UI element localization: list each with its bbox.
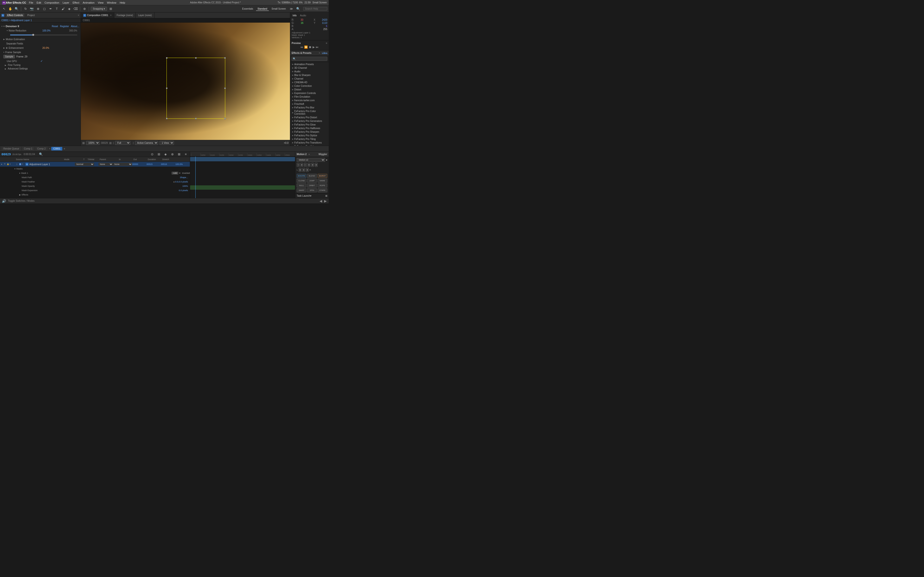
- layer-collapse-icon[interactable]: ▾: [10, 163, 12, 165]
- workspace-essentials[interactable]: Essentials: [241, 7, 255, 11]
- mask1-row[interactable]: ▾ Mask 1 Add ▾ Inverted: [0, 171, 190, 175]
- fs-toggle[interactable]: ▾: [3, 51, 4, 53]
- tl-ruler[interactable]: 0050 0100 0150 0200 0250 0300 0350 0400 …: [190, 152, 295, 156]
- col-in[interactable]: In: [118, 158, 132, 161]
- handle-middle-left[interactable]: [166, 87, 168, 89]
- mask-tool[interactable]: ◻: [42, 6, 47, 11]
- menu-edit[interactable]: Edit: [37, 1, 41, 4]
- category-fxfactory-stylize[interactable]: ▶ FxFactory Pro Stylize: [290, 134, 329, 137]
- tl-nav-left[interactable]: ◀: [320, 199, 322, 203]
- col-stretch[interactable]: Stretch: [161, 158, 175, 161]
- motion-menu[interactable]: ≡: [309, 153, 310, 156]
- name-btn[interactable]: NAME: [318, 179, 327, 183]
- tab-audio[interactable]: Audio: [299, 14, 307, 17]
- mask-expansion-value[interactable]: 0.0 pixels: [179, 189, 188, 192]
- layer-1-expand[interactable]: ▾: [22, 163, 24, 165]
- use-gpu-check[interactable]: ✓: [40, 60, 43, 63]
- menu-help[interactable]: Help: [120, 1, 125, 4]
- sample-button[interactable]: Sample: [3, 55, 15, 58]
- comp-tab-layer[interactable]: Layer (none): [136, 13, 155, 18]
- menu-layer[interactable]: Layer: [63, 1, 69, 4]
- layer-vis-icon[interactable]: 👁: [4, 163, 6, 165]
- tl-render-btn[interactable]: ⊞: [156, 152, 162, 157]
- comp1-tab[interactable]: Comp 1: [22, 147, 34, 150]
- category-color-correction[interactable]: ▶ Color Correction: [290, 84, 329, 88]
- comp-tab-c0001[interactable]: C Composition C0001 ×: [81, 13, 114, 18]
- tl-motion-btn[interactable]: ◈: [163, 152, 168, 157]
- category-fxfactory-color[interactable]: ▶ FxFactory Pro Color Correction: [290, 110, 329, 116]
- tl-nav-right[interactable]: ▶: [324, 199, 327, 203]
- category-expression-controls[interactable]: ▶ Expression Controls: [290, 91, 329, 95]
- render-queue-tab[interactable]: Render Queue: [2, 147, 21, 150]
- category-channel[interactable]: ▶ Channel: [290, 77, 329, 81]
- handle-bottom-left[interactable]: [166, 118, 168, 119]
- tl-menu-btn[interactable]: ≡: [183, 152, 188, 157]
- noise-reduction-value[interactable]: 100.0%: [42, 29, 69, 32]
- layer-solo-icon[interactable]: ●: [1, 163, 3, 165]
- handle-top-left[interactable]: [166, 57, 168, 59]
- masks-row[interactable]: ▾ Masks: [0, 167, 190, 171]
- camera-tool[interactable]: 📷: [29, 6, 34, 11]
- jump-btn[interactable]: JUMP: [307, 179, 317, 183]
- category-cinema4d[interactable]: ▶ CINEMA 4D: [290, 81, 329, 84]
- category-animation-presets[interactable]: ▶ Animation Presets: [290, 63, 329, 66]
- composition-viewer[interactable]: [81, 23, 290, 140]
- prev-stop[interactable]: ⏹: [309, 45, 312, 49]
- task-launch-arrow[interactable]: ▾: [310, 195, 311, 197]
- kf-btn-8[interactable]: ◈: [302, 168, 305, 172]
- search-help-input[interactable]: [303, 7, 327, 11]
- handle-top-middle[interactable]: [195, 57, 197, 59]
- comp-tab-footage[interactable]: Footage (none): [114, 13, 136, 18]
- kf-btn-1[interactable]: ◁: [297, 163, 300, 167]
- kf-btn-2[interactable]: ◈: [300, 163, 303, 167]
- noise-reduction-slider[interactable]: [10, 35, 77, 35]
- tl-solo-btn[interactable]: ⊙: [149, 152, 155, 157]
- spin-btn[interactable]: SPIN: [307, 188, 317, 192]
- category-fxfactory-blur[interactable]: ▶ FxFactory Pro Blur: [290, 106, 329, 110]
- mask-path-value[interactable]: Shape...: [180, 176, 188, 179]
- quality-select[interactable]: Full Half Third Quarter: [115, 141, 131, 145]
- prev-first[interactable]: ⏮: [300, 45, 303, 49]
- workspace-standard[interactable]: Standard: [256, 7, 269, 11]
- tab-project[interactable]: Project: [26, 13, 36, 17]
- category-fxfactory-gen[interactable]: ▶ FxFactory Pro Generators: [290, 119, 329, 123]
- category-blur-sharpen[interactable]: ▶ Blur & Sharpen: [290, 73, 329, 77]
- category-film-emulation[interactable]: ▶ Film Emulation: [290, 95, 329, 98]
- excite-btn[interactable]: EXCITE: [297, 174, 306, 178]
- kf-btn-7[interactable]: ◈: [299, 168, 302, 172]
- hand-tool[interactable]: ✋: [8, 6, 13, 11]
- zoom-select[interactable]: 100%: [86, 141, 100, 145]
- comp-timecode[interactable]: 00029: [101, 142, 108, 144]
- tab-info[interactable]: Info: [292, 14, 298, 17]
- enhance-toggle[interactable]: ▶: [3, 47, 5, 49]
- category-fxfactory-halftones[interactable]: ▶ FxFactory Pro Halftones: [290, 126, 329, 130]
- mask-feather-value[interactable]: 0.0,0.0 pixels: [175, 181, 188, 183]
- clone-btn[interactable]: CLONE: [297, 179, 306, 183]
- c0001-tab-menu[interactable]: ≡: [64, 147, 65, 150]
- category-fxfactory-glow[interactable]: ▶ FxFactory Pro Glow: [290, 123, 329, 126]
- denoiser-header[interactable]: ▾ ● Denoiser II Reset Register About...: [0, 24, 81, 28]
- null-btn[interactable]: NULL: [297, 184, 306, 187]
- select-tool[interactable]: ↖: [2, 6, 7, 11]
- camera-select[interactable]: Active Camera: [135, 141, 158, 145]
- rope-btn[interactable]: ROPE: [318, 184, 327, 187]
- category-3d-channel[interactable]: ▶ 3D Channel: [290, 66, 329, 70]
- proportional-grid[interactable]: ⊞: [108, 6, 113, 11]
- layer-2-bar[interactable]: [190, 185, 295, 190]
- col-out[interactable]: Out: [132, 158, 146, 161]
- tl-camera-btn[interactable]: ⊠: [176, 152, 182, 157]
- layer-1-bar[interactable]: [190, 157, 295, 161]
- tl-speaker-icon[interactable]: 🔊: [2, 199, 6, 203]
- c0001-tab[interactable]: C0001: [51, 147, 62, 150]
- tl-3d-btn[interactable]: ⊛: [170, 152, 175, 157]
- tl-search-btn[interactable]: 🔍: [38, 152, 44, 157]
- menu-effect[interactable]: Effect: [73, 1, 79, 4]
- register-btn[interactable]: Register: [60, 25, 69, 27]
- category-fxfactory-distort[interactable]: ▶ FxFactory Pro Distort: [290, 116, 329, 119]
- col-parent[interactable]: Parent: [98, 158, 118, 161]
- puppet-tool[interactable]: ⊛: [82, 6, 87, 11]
- layer-1-parent[interactable]: None: [113, 163, 132, 166]
- advanced-settings-row[interactable]: ▶ Advanced Settings: [0, 67, 81, 71]
- task-launch-add[interactable]: ⊞: [325, 195, 327, 197]
- pen-tool[interactable]: ✒: [48, 6, 53, 11]
